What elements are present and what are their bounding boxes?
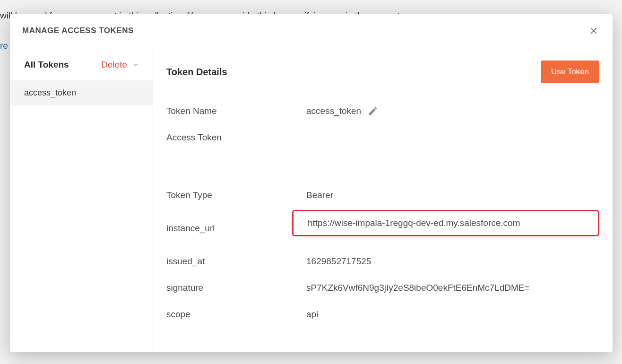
- signature-label: signature: [166, 283, 306, 293]
- detail-row-access-token: Access Token: [166, 132, 599, 143]
- detail-row-token-type: Token Type Bearer: [166, 190, 599, 200]
- token-type-label: Token Type: [166, 190, 306, 200]
- instance-url-value: https://wise-impala-1reggq-dev-ed.my.sal…: [308, 218, 520, 228]
- token-name-value: access_token: [306, 106, 361, 116]
- delete-label: Delete: [101, 60, 127, 70]
- sidebar-header: All Tokens Delete: [10, 48, 153, 80]
- issued-at-value: 1629852717525: [306, 256, 599, 267]
- manage-tokens-modal: MANAGE ACCESS TOKENS All Tokens Delete a…: [10, 14, 613, 352]
- use-token-button[interactable]: Use Token: [541, 61, 599, 83]
- token-details-panel: Token Details Use Token Token Name acces…: [153, 48, 613, 352]
- delete-dropdown[interactable]: Delete: [101, 60, 139, 70]
- details-title: Token Details: [166, 67, 227, 78]
- scope-value: api: [306, 309, 599, 320]
- close-button[interactable]: [587, 24, 600, 37]
- background-link-fragment[interactable]: re: [0, 41, 8, 51]
- modal-body: All Tokens Delete access_token Token Det…: [10, 48, 613, 352]
- token-name-label: Token Name: [166, 106, 306, 116]
- access-token-label: Access Token: [166, 132, 306, 143]
- chevron-down-icon: [132, 61, 139, 69]
- modal-title: MANAGE ACCESS TOKENS: [22, 26, 134, 35]
- token-list: access_token: [10, 80, 153, 352]
- all-tokens-heading: All Tokens: [24, 60, 69, 70]
- instance-url-highlight: https://wise-impala-1reggq-dev-ed.my.sal…: [292, 210, 599, 236]
- detail-row-scope: scope api: [166, 309, 599, 320]
- signature-value: sP7KZk6Vwf6N9g3jIy2eS8ibeO0ekFtE6EnMc7Ld…: [306, 283, 599, 293]
- detail-row-signature: signature sP7KZk6Vwf6N9g3jIy2eS8ibeO0ekF…: [166, 283, 599, 293]
- token-list-item[interactable]: access_token: [10, 80, 153, 105]
- detail-row-issued-at: issued_at 1629852717525: [166, 256, 599, 267]
- edit-icon[interactable]: [368, 106, 378, 116]
- instance-url-label: instance_url: [166, 217, 306, 234]
- details-header: Token Details Use Token: [166, 61, 599, 83]
- detail-row-token-name: Token Name access_token: [166, 106, 599, 116]
- close-icon: [589, 26, 598, 35]
- token-sidebar: All Tokens Delete access_token: [10, 48, 153, 352]
- token-type-value: Bearer: [306, 190, 599, 200]
- scope-label: scope: [166, 309, 306, 320]
- issued-at-label: issued_at: [166, 256, 306, 267]
- detail-row-instance-url: instance_url https://wise-impala-1reggq-…: [166, 217, 599, 246]
- modal-header: MANAGE ACCESS TOKENS: [10, 14, 613, 48]
